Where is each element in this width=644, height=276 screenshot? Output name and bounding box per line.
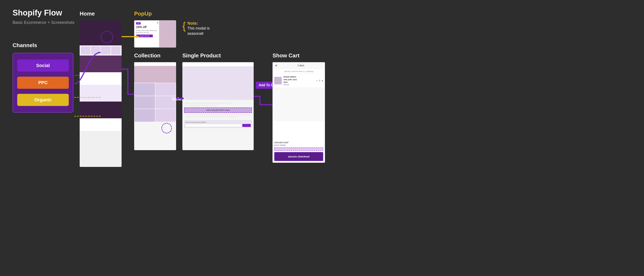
cart-qty-control: − 1 + (316, 79, 323, 82)
single-product-label: Single Product (182, 52, 254, 59)
add-to-cart-highlight: add to bag $46 (RRP value) (184, 107, 252, 113)
home-product-2 (91, 46, 100, 55)
channels-label: Channels (12, 42, 80, 49)
popup-screenshot: ✕ OFF 10% off on your first order when y… (134, 20, 176, 47)
product-desc-bar (184, 114, 252, 115)
cart-qty-value: 1 (319, 80, 320, 82)
popup-close-icon: ✕ (156, 21, 159, 24)
product-submit-btn[interactable] (242, 124, 251, 127)
channel-organic[interactable]: Organic (17, 94, 69, 106)
collection-screenshot (134, 62, 176, 150)
cart-empty-space (272, 88, 325, 121)
popup-copy: on your first order when you sign up to … (136, 29, 157, 33)
home-product-4 (111, 46, 121, 55)
sub-title: Basic Ecommerce + Screeeshots (12, 19, 80, 25)
popup-section: PopUp ✕ OFF 10% off on your first order … (134, 10, 176, 47)
channel-ppc[interactable]: PPC (17, 77, 69, 89)
product-info: add to bag $46 (RRP value) (182, 100, 254, 120)
cart-item-info: limited editionnew york: auraeyes remove (284, 76, 314, 86)
home-band-3 (80, 72, 122, 85)
note-brace-icon: { (182, 21, 186, 31)
collection-grid (134, 83, 176, 122)
home-products-row (80, 45, 122, 55)
show-cart-section: Show Cart ✕ 1 item add $11 more for free… (272, 52, 325, 163)
cart-header: ✕ 1 item (272, 62, 325, 69)
collection-hero (134, 66, 176, 83)
cart-qty-minus[interactable]: − (316, 79, 318, 82)
product-images (182, 66, 254, 100)
show-cart-screenshot: ✕ 1 item add $11 more for free u.s. ship… (272, 62, 325, 163)
home-band-4 (80, 85, 122, 102)
collection-item-3 (134, 96, 155, 109)
home-hero (80, 20, 122, 45)
cart-footer: estimated total* you're saving: secure c… (272, 140, 325, 163)
collection-header (134, 62, 176, 66)
product-title-bar (184, 102, 232, 104)
home-product-1 (80, 46, 90, 55)
cart-item-count: 1 item (279, 64, 322, 67)
cart-remove-link[interactable]: remove (284, 84, 314, 86)
product-email-input[interactable] (185, 124, 242, 127)
cart-total-amount (274, 147, 323, 151)
collection-item-1 (134, 83, 155, 96)
popup-label: PopUp (134, 10, 176, 17)
note-body: This modal isseasonall (188, 26, 210, 36)
select-annotation: Select (172, 96, 186, 102)
collection-item-6 (155, 109, 176, 122)
cart-close-icon[interactable]: ✕ (275, 64, 278, 67)
show-cart-label: Show Cart (272, 52, 325, 59)
popup-button[interactable]: unlock 10% off (136, 34, 153, 37)
single-product-screenshot: add to bag $46 (RRP value) keep dreaming… (182, 62, 254, 150)
note-title: Note: (188, 21, 210, 26)
product-header (182, 62, 254, 66)
home-section: Home (80, 10, 122, 167)
cart-checkout-button[interactable]: secure checkout (274, 152, 323, 161)
cart-saving-label: you're saving: (274, 144, 323, 146)
popup-image (159, 20, 176, 47)
note-box: { Note: This modal isseasonall (182, 21, 210, 36)
collection-label: Collection (134, 52, 176, 59)
cart-shipping-note: add $11 more for free u.s. shipping (272, 69, 325, 74)
left-panel: Shopify Flow Basic Ecommerce + Screeesho… (12, 8, 80, 113)
cart-item-name: limited editionnew york: auraeyes (284, 76, 314, 84)
cart-item-image (274, 77, 282, 84)
home-highlight-circle (100, 31, 113, 43)
product-desc-bar2 (184, 116, 238, 117)
product-email-row (185, 124, 251, 127)
home-label: Home (80, 10, 122, 17)
product-subtitle-bar (184, 105, 218, 106)
collection-section: Collection (134, 52, 176, 150)
popup-badge: OFF (136, 22, 141, 24)
single-product-section: Single Product add to bag $46 (RRP value… (182, 52, 254, 150)
product-footer: keep dreaming. get updates. (184, 120, 252, 128)
collection-item-2 (155, 83, 176, 96)
cart-qty-plus[interactable]: + (322, 79, 323, 82)
cart-item: limited editionnew york: auraeyes remove… (272, 74, 325, 88)
collection-item-5 (134, 109, 155, 122)
home-screenshot (80, 20, 122, 167)
home-band-5 (80, 102, 122, 118)
cart-estimated-label: estimated total* (274, 141, 323, 144)
collection-selected-circle (162, 123, 172, 133)
home-product-3 (101, 46, 111, 55)
channel-social[interactable]: Social (17, 59, 69, 72)
home-band-6 (80, 118, 122, 131)
home-band-2 (80, 55, 122, 72)
channels-box: Social PPC Organic (12, 53, 73, 113)
main-title: Shopify Flow (12, 8, 80, 17)
note-text: Note: This modal isseasonall (188, 21, 210, 36)
product-footer-text: keep dreaming. get updates. (185, 121, 251, 123)
